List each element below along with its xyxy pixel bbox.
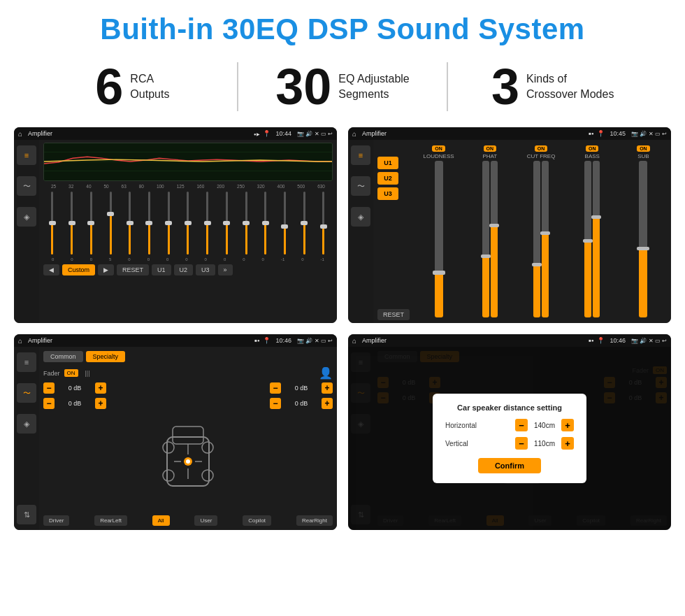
u2-button-1[interactable]: U2 (174, 264, 194, 275)
rear-left-plus[interactable]: + (95, 398, 106, 409)
xo-cutfreq-slider-2[interactable] (542, 161, 549, 317)
fader-slider-control[interactable]: ||| (85, 370, 90, 377)
svg-point-11 (186, 459, 190, 464)
xo-phat-slider-2[interactable] (491, 161, 498, 317)
xo-loudness-label: LOUDNESS (424, 153, 454, 159)
eq-slider-5[interactable] (129, 192, 131, 255)
fader-wave-icon[interactable]: 〜 (17, 383, 36, 403)
vertical-minus[interactable]: − (515, 437, 528, 450)
prev-button[interactable]: ◀ (43, 264, 59, 275)
fader-on-badge[interactable]: ON (64, 369, 78, 377)
eq-equalizer-icon[interactable]: ≡ (17, 145, 36, 165)
eq-slider-14[interactable] (303, 192, 305, 255)
xo-eq-icon[interactable]: ≡ (351, 145, 370, 165)
user-button[interactable]: User (194, 515, 217, 526)
more-button[interactable]: » (218, 264, 233, 275)
eq-slider-10[interactable] (226, 192, 228, 255)
reset-button-1[interactable]: RESET (117, 264, 149, 275)
fader-label: Fader (43, 370, 60, 377)
fader-home-icon[interactable]: ⌂ (18, 337, 22, 345)
driver-button[interactable]: Driver (43, 515, 69, 526)
xo-cutfreq-on[interactable]: ON (535, 145, 548, 152)
xo-u3-button[interactable]: U3 (377, 187, 398, 200)
fader-main-panel: Common Specialty Fader ON ||| 👤 − 0 dB + (39, 347, 337, 530)
vertical-row: Vertical − 110cm + (445, 437, 574, 450)
fader-left-controls: − 0 dB + − 0 dB + (43, 382, 106, 513)
xo-loudness-on[interactable]: ON (432, 145, 445, 152)
eq-app-title: Amplifier (28, 130, 251, 137)
xo-speaker-icon[interactable]: ◈ (351, 207, 370, 227)
eq-slider-7[interactable] (168, 192, 170, 255)
xo-cutfreq-slider-1[interactable] (533, 161, 540, 317)
xo-reset-button[interactable]: RESET (377, 309, 410, 320)
fader-status-icons: 📷 🔊 ✕ ▭ ↩ (297, 338, 333, 344)
xo-u2-button[interactable]: U2 (377, 172, 398, 185)
common-tab[interactable]: Common (43, 351, 83, 362)
eq-status-icons: 📷 🔊 ✕ ▭ ↩ (297, 131, 333, 137)
fader-eq-icon[interactable]: ≡ (17, 352, 36, 372)
eq-svg-chart (44, 143, 332, 180)
xo-status-bar: ⌂ Amplifier ■● 📍 10:45 📷 🔊 ✕ ▭ ↩ (348, 127, 671, 140)
xo-u1-button[interactable]: U1 (377, 157, 398, 169)
xo-wave-icon[interactable]: 〜 (351, 176, 370, 196)
front-left-minus[interactable]: − (43, 382, 55, 394)
home-icon[interactable]: ⌂ (18, 130, 22, 138)
front-right-plus[interactable]: + (322, 382, 333, 394)
rear-right-plus[interactable]: + (322, 398, 333, 409)
eq-slider-4[interactable] (110, 192, 112, 255)
xo-bass-col: ON BASS (569, 145, 616, 317)
car-diagram (153, 402, 223, 493)
fader-app-title: Amplifier (28, 337, 252, 344)
xo-bass-label: BASS (585, 153, 600, 159)
fader-speaker-icon[interactable]: ◈ (17, 414, 36, 434)
rear-left-button[interactable]: RearLeft (94, 515, 127, 526)
confirm-button[interactable]: Confirm (478, 458, 541, 473)
eq-side-icons: ≡ 〜 ◈ (14, 140, 39, 323)
u1-button-1[interactable]: U1 (152, 264, 171, 275)
eq-speaker-icon[interactable]: ◈ (17, 207, 36, 227)
all-button[interactable]: All (152, 515, 170, 526)
eq-slider-1[interactable] (51, 192, 53, 255)
eq-slider-9[interactable] (206, 192, 208, 255)
rear-right-db-value: 0 dB (283, 400, 319, 407)
xo-sub-on[interactable]: ON (637, 145, 650, 152)
front-right-minus[interactable]: − (270, 382, 281, 394)
xo-phat-slider-1[interactable] (482, 161, 489, 317)
eq-content: ≡ 〜 ◈ (14, 140, 337, 323)
eq-slider-11[interactable] (245, 192, 247, 255)
features-row: 6 RCA Outputs 30 EQ Adjustable Segments … (0, 55, 685, 124)
xo-sliders-area: ON LOUDNESS ON PHAT (415, 143, 667, 320)
xo-bass-on[interactable]: ON (586, 145, 599, 152)
rear-right-button[interactable]: RearRight (296, 515, 333, 526)
copilot-button[interactable]: Copilot (243, 515, 271, 526)
front-left-plus[interactable]: + (95, 382, 106, 394)
custom-button[interactable]: Custom (62, 264, 95, 275)
xo-sub-slider[interactable] (639, 161, 647, 317)
xo-home-icon[interactable]: ⌂ (352, 130, 356, 138)
dialog-home-icon[interactable]: ⌂ (352, 337, 356, 345)
xo-bass-slider-1[interactable] (584, 161, 591, 317)
fader-arrows-icon[interactable]: ⇅ (17, 505, 36, 524)
eq-slider-3[interactable] (90, 192, 92, 255)
rear-right-minus[interactable]: − (270, 398, 281, 409)
xo-bass-slider-2[interactable] (593, 161, 600, 317)
xo-phat-on[interactable]: ON (484, 145, 497, 152)
play-button[interactable]: ▶ (98, 264, 114, 275)
vertical-label: Vertical (445, 440, 515, 447)
feature-text-crossover: Kinds of Crossover Modes (526, 71, 614, 103)
eq-slider-8[interactable] (187, 192, 189, 255)
eq-slider-12[interactable] (264, 192, 266, 255)
eq-slider-15[interactable] (322, 192, 324, 255)
eq-slider-13[interactable] (284, 192, 286, 255)
specialty-tab[interactable]: Specialty (86, 351, 126, 362)
eq-slider-2[interactable] (71, 192, 73, 255)
xo-loudness-slider[interactable] (435, 161, 443, 317)
horizontal-plus[interactable]: + (561, 419, 574, 431)
u3-button-1[interactable]: U3 (196, 264, 215, 275)
rear-left-minus[interactable]: − (43, 398, 55, 409)
eq-slider-6[interactable] (148, 192, 150, 255)
eq-wave-icon[interactable]: 〜 (17, 176, 36, 196)
horizontal-minus[interactable]: − (515, 419, 528, 431)
vertical-plus[interactable]: + (561, 437, 574, 450)
xo-loudness-col: ON LOUDNESS (415, 145, 462, 317)
